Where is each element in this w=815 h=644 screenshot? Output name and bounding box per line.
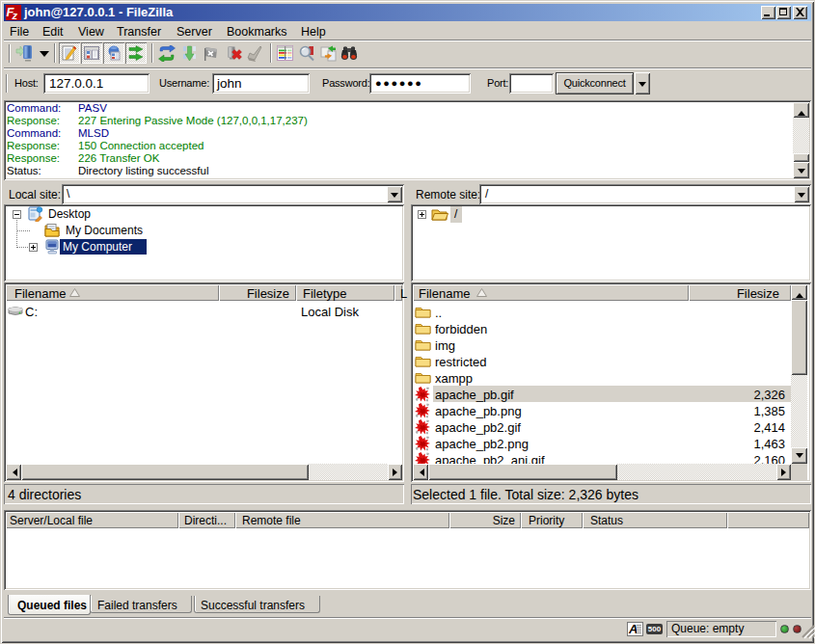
svg-text:z: z xyxy=(12,10,18,20)
